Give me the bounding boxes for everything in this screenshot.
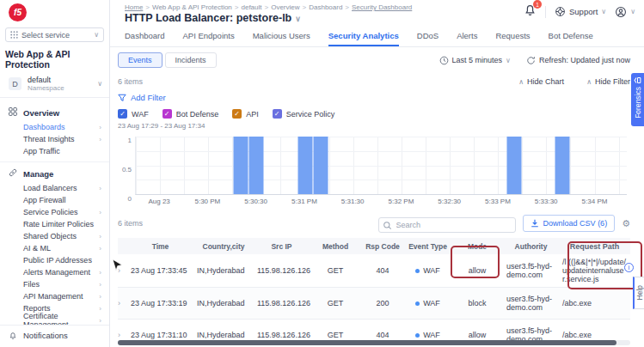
sidebar-item-shared-objects[interactable]: Shared Objects› (0, 230, 109, 242)
chart-bar[interactable] (314, 137, 328, 194)
sidebar-item-files[interactable]: Files› (0, 278, 109, 290)
sidebar-item-load-balancers[interactable]: Load Balancers› (0, 182, 109, 194)
namespace-avatar: D (9, 77, 21, 90)
table-settings-gear-icon[interactable]: ⚙ (622, 219, 630, 228)
breadcrumb-item[interactable]: Home (125, 3, 143, 11)
search-input[interactable] (378, 217, 516, 233)
breadcrumb-item[interactable]: Security Dashboard (352, 3, 412, 11)
cell-method: GET (310, 331, 361, 339)
tab-requests[interactable]: Requests (495, 31, 530, 46)
tab-malicious-users[interactable]: Malicious Users (253, 31, 310, 46)
hide-filter-link[interactable]: ∧Hide Filter (586, 77, 630, 86)
breadcrumb-item[interactable]: Web App & API Protection (152, 3, 232, 11)
notifications-label: Notifications (23, 331, 68, 340)
table-row[interactable]: ›23 Aug 17:33:19IN,Hyderabad115.98.126.1… (118, 288, 630, 320)
row-expander-chevron[interactable]: › (118, 299, 127, 307)
notifications-bell-button[interactable]: 1 (524, 3, 537, 20)
chevron-right-icon: › (99, 209, 101, 216)
tab-bot-defense[interactable]: Bot Defense (549, 31, 593, 46)
incidents-toggle-button[interactable]: Incidents (165, 52, 217, 68)
chart-bar[interactable] (233, 137, 248, 194)
column-header-rsp_code[interactable]: Rsp Code (361, 242, 404, 251)
filter-checkbox-waf[interactable]: ✓WAF (118, 109, 149, 119)
events-bar-chart: 10.50 Aug 235:30 PM5:30:305:31 PM5:31:30… (118, 137, 630, 207)
hide-chart-link[interactable]: ∧Hide Chart (518, 77, 564, 86)
column-header-authority[interactable]: Authority (503, 242, 559, 251)
tab-alerts[interactable]: Alerts (457, 31, 477, 46)
filter-checkbox-api[interactable]: ✓API (232, 109, 259, 119)
chevron-right-icon: › (99, 185, 101, 192)
sidebar-item-label: App Traffic (23, 147, 60, 155)
grid-icon (9, 107, 17, 118)
sidebar-item-label: Shared Objects (23, 232, 77, 240)
sidebar-item-rate-limiter-policies[interactable]: Rate Limiter Policies (0, 218, 109, 230)
help-side-tab[interactable]: Help (633, 277, 644, 309)
chart-bar[interactable] (249, 137, 264, 194)
tab-api-endpoints[interactable]: API Endpoints (182, 31, 234, 46)
events-toggle-button[interactable]: Events (118, 52, 163, 68)
horizontal-scrollbar-track[interactable] (118, 340, 630, 345)
sidebar-item-api-management[interactable]: API Management› (0, 290, 109, 302)
chevron-right-icon: › (99, 245, 101, 253)
sidebar-item-threat-insights[interactable]: Threat Insights› (0, 133, 109, 145)
column-header-event_type[interactable]: Event Type (404, 242, 451, 251)
tab-ddos[interactable]: DDoS (417, 31, 439, 46)
filter-checkbox-service-policy[interactable]: ✓Service Policy (273, 109, 335, 119)
sidebar-item-public-ip-addresses[interactable]: Public IP Addresses (0, 254, 109, 266)
account-menu[interactable]: ∨ (615, 6, 635, 18)
column-header-src_ip[interactable]: Src IP (254, 242, 310, 251)
grid-dots-icon (10, 31, 18, 39)
add-filter-button[interactable]: Add Filter (118, 93, 630, 102)
chart-bar[interactable] (297, 137, 312, 194)
sidebar-item-dashboards[interactable]: Dashboards› (0, 121, 109, 133)
x-axis-tick: 5:30 PM (194, 198, 220, 205)
column-header-country_city[interactable]: Country,city (193, 242, 254, 251)
refresh-button[interactable]: Refresh: Updated just now (526, 56, 630, 65)
sidebar-item-app-traffic[interactable]: App Traffic (0, 145, 109, 157)
cell-authority: user3.f5-hyd-demo.com (503, 262, 559, 279)
help-label: Help (635, 285, 644, 300)
sidebar-item-service-policies[interactable]: Service Policies› (0, 206, 109, 218)
filter-checkbox-bot-defense[interactable]: ✓Bot Defense (163, 109, 219, 119)
info-icon[interactable]: i (624, 263, 634, 272)
row-expander-chevron[interactable]: › (118, 331, 127, 339)
cell-country_city: IN,Hyderabad (193, 299, 254, 307)
table-row[interactable]: ›23 Aug 17:33:45IN,Hyderabad115.98.126.1… (118, 254, 630, 288)
horizontal-scrollbar-thumb[interactable] (118, 340, 616, 345)
breadcrumb-item[interactable]: Overview (271, 3, 299, 11)
link-icon (9, 168, 17, 179)
y-axis-tick: 1 (118, 137, 132, 144)
nav-group-manage: ManageLoad Balancers›App FirewallService… (0, 162, 109, 325)
column-header-time[interactable]: Time (127, 242, 193, 251)
tab-security-analytics[interactable]: Security Analytics (328, 31, 399, 46)
breadcrumb-item[interactable]: Dashboard (309, 3, 342, 11)
sidebar-item-alerts-management[interactable]: Alerts Management› (0, 266, 109, 278)
cell-event_type: WAF (404, 331, 451, 339)
namespace-selector[interactable]: D default Namespace ∨ (0, 73, 109, 98)
tab-dashboard[interactable]: Dashboard (125, 31, 164, 46)
chart-range-caption: 23 Aug 17:29 - 23 Aug 17:34 (118, 122, 630, 130)
nav-group-header-overview[interactable]: Overview (0, 104, 109, 121)
main-area: Home>Web App & API Protection>default>Ov… (110, 0, 644, 347)
forensics-side-tab[interactable]: Forensics (631, 73, 644, 126)
chevron-down-icon: ∨ (97, 80, 102, 88)
sidebar-item-label: Certificate Management (23, 312, 99, 325)
f5-logo[interactable]: f5 (9, 3, 27, 21)
support-menu[interactable]: Support ∨ (555, 6, 606, 17)
chart-bar[interactable] (555, 137, 570, 194)
select-service-dropdown[interactable]: Select service ∨ (5, 27, 104, 42)
sidebar-item-ai-ml[interactable]: AI & ML› (0, 242, 109, 254)
chart-bar[interactable] (506, 137, 521, 194)
filter-label: Bot Defense (176, 110, 219, 119)
filter-label: WAF (132, 110, 149, 119)
bell-icon (9, 332, 17, 340)
time-range-dropdown[interactable]: Last 5 minutes ∨ (439, 56, 511, 65)
sidebar-item-app-firewall[interactable]: App Firewall (0, 194, 109, 206)
breadcrumb-item[interactable]: default (241, 3, 261, 11)
download-csv-button[interactable]: Download CSV (6) (523, 215, 616, 232)
chevron-down-icon[interactable]: ∨ (295, 15, 301, 23)
nav-group-header-manage[interactable]: Manage (0, 165, 109, 182)
chevron-down-icon: ∨ (94, 31, 99, 39)
sidebar-item-notifications[interactable]: Notifications (0, 325, 109, 347)
column-header-method[interactable]: Method (310, 242, 361, 251)
